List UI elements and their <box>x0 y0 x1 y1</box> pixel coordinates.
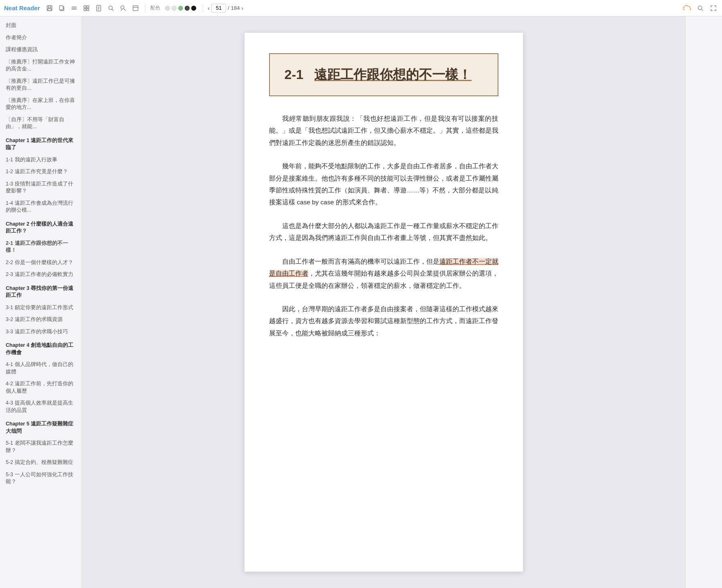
sidebar-item-3-3[interactable]: 3-3 遠距工作的求職小技巧 <box>0 326 81 338</box>
toolbar-right <box>683 4 718 13</box>
sidebar-item-4-2[interactable]: 4-2 遠距工作前，先打造你的個人履歷 <box>0 378 81 397</box>
color-selector[interactable] <box>165 6 196 11</box>
svg-line-24 <box>702 9 703 11</box>
toolbar: Neat Reader <box>0 0 722 16</box>
paragraph-1: 我經常聽到朋友跟我說：「我也好想遠距工作，但是我沒有可以接案的技能。」或是「我也… <box>269 113 498 149</box>
highlighted-text: 遠距工作者不一定就是自由工作者 <box>269 258 498 277</box>
sidebar-item-2-2[interactable]: 2-2 你是一個什麼樣的人才？ <box>0 257 81 269</box>
sidebar-item-5-1[interactable]: 5-1 老闆不讓我遠距工作怎麼辦？ <box>0 437 81 457</box>
svg-point-23 <box>698 6 702 9</box>
svg-line-19 <box>124 9 126 11</box>
prev-page-button[interactable]: ‹ <box>208 5 210 11</box>
sidebar-item-ch1[interactable]: Chapter 1 遠距工作的世代來臨了 <box>0 133 81 154</box>
save-icon[interactable] <box>45 4 54 13</box>
sidebar-item-ch5[interactable]: Chapter 5 遠距工作疑難雜症大哉問 <box>0 416 81 437</box>
sidebar-item-3-2[interactable]: 3-2 遠距工作的求職資源 <box>0 314 81 326</box>
sidebar-item-preface4[interactable]: 〔自序〕不用等「財富自由」，就能... <box>0 114 81 133</box>
sidebar-item-cover[interactable]: 封面 <box>0 20 81 32</box>
svg-rect-11 <box>87 9 89 11</box>
page-separator: / <box>228 5 229 11</box>
svg-rect-5 <box>72 7 77 7</box>
paragraph-3: 這也是為什麼大部分的人都以為遠距工作是一種工作量或薪水不穩定的工作方式，這是因為… <box>269 220 498 244</box>
sidebar-item-ch4[interactable]: Chapter 4 創造地點自由的工作機會 <box>0 338 81 359</box>
svg-rect-21 <box>133 6 138 11</box>
search-small-icon[interactable] <box>106 4 115 13</box>
color-dot-4[interactable] <box>185 6 190 11</box>
svg-rect-8 <box>84 6 86 8</box>
copy-icon[interactable] <box>57 4 66 13</box>
zoom-icon[interactable] <box>131 4 140 13</box>
svg-rect-4 <box>59 6 63 10</box>
color-dot-3[interactable] <box>178 6 183 11</box>
sidebar-item-4-3[interactable]: 4-3 提高個人效率就是提高生活的品質 <box>0 397 81 416</box>
color-label: 配色 <box>150 5 160 11</box>
svg-rect-1 <box>48 6 51 8</box>
paragraph-4: 自由工作者一般而言有滿高的機率可以遠距工作，但是遠距工作者不一定就是自由工作者，… <box>269 256 498 292</box>
separator-1 <box>145 4 145 12</box>
total-pages: 184 <box>231 5 240 11</box>
grid-icon[interactable] <box>82 4 91 13</box>
sidebar-item-preface1[interactable]: 〔推薦序〕打開遠距工作女神的高含金... <box>0 56 81 75</box>
color-dot-2[interactable] <box>172 6 177 11</box>
sidebar-item-5-2[interactable]: 5-2 搞定合約、稅務疑難雜症 <box>0 457 81 469</box>
menu-icon[interactable] <box>70 4 79 13</box>
sidebar-item-ch3[interactable]: Chapter 3 尋找你的第一份遠距工作 <box>0 281 81 302</box>
svg-rect-10 <box>84 9 86 11</box>
chapter-header-box: 2-1 遠距工作跟你想的不一樣！ <box>269 53 498 96</box>
cloud-sync-icon[interactable] <box>683 4 692 13</box>
svg-rect-2 <box>48 9 51 11</box>
sidebar-item-preface3[interactable]: 〔推薦序〕在家上班，在你喜愛的地方... <box>0 95 81 114</box>
sidebar-item-1-3[interactable]: 1-3 疫情對遠距工作造成了什麼影響？ <box>0 178 81 197</box>
page-icon[interactable] <box>94 4 103 13</box>
chapter-number: 2-1 <box>285 67 303 82</box>
sidebar-item-author[interactable]: 作者簡介 <box>0 32 81 44</box>
chapter-title-text: 遠距工作跟你想的不一樣！ <box>314 67 471 82</box>
sidebar-item-4-1[interactable]: 4-1 個人品牌時代，做自己的媒體 <box>0 359 81 378</box>
color-dot-5[interactable] <box>191 6 196 11</box>
color-dot-1[interactable] <box>165 6 170 11</box>
svg-rect-6 <box>72 8 77 9</box>
sidebar-item-ch2[interactable]: Chapter 2 什麼樣的人適合遠距工作？ <box>0 217 81 237</box>
search-full-icon[interactable] <box>119 4 128 13</box>
sidebar-item-1-4[interactable]: 1-4 遠距工作會成為台灣流行的辦公模... <box>0 197 81 217</box>
right-panel <box>685 16 722 588</box>
sidebar-item-2-3[interactable]: 2-3 遠距工作者的必備軟實力 <box>0 269 81 281</box>
toolbar-search-icon[interactable] <box>696 4 705 13</box>
page-number-input[interactable] <box>211 4 226 13</box>
svg-point-18 <box>121 6 124 9</box>
svg-point-16 <box>109 6 112 9</box>
paragraph-2: 幾年前，能夠不受地點限制的工作，大多是自由工作者居多，自由工作者大部分是接案維生… <box>269 160 498 208</box>
sidebar-item-3-1[interactable]: 3-1 鎖定你要的遠距工作形式 <box>0 302 81 314</box>
sidebar-item-1-2[interactable]: 1-2 遠距工作究竟是什麼？ <box>0 166 81 178</box>
fullscreen-icon[interactable] <box>709 4 718 13</box>
svg-line-20 <box>121 9 122 11</box>
content-area[interactable]: 2-1 遠距工作跟你想的不一樣！ 我經常聽到朋友跟我說：「我也好想遠距工作，但是… <box>82 16 685 588</box>
svg-rect-9 <box>87 6 89 8</box>
main-layout: 封面作者簡介課程優惠資訊〔推薦序〕打開遠距工作女神的高含金...〔推薦序〕遠距工… <box>0 16 722 588</box>
sidebar-item-1-1[interactable]: 1-1 我的遠距入行故事 <box>0 154 81 166</box>
next-page-button[interactable]: › <box>242 5 244 11</box>
separator-2 <box>203 4 203 12</box>
page-navigation: ‹ / 184 › <box>208 4 244 13</box>
svg-rect-7 <box>72 9 77 10</box>
sidebar-item-preface2[interactable]: 〔推薦序〕遠距工作已是可擁有的更自... <box>0 75 81 95</box>
svg-line-17 <box>112 9 113 11</box>
chapter-title: 2-1 遠距工作跟你想的不一樣！ <box>285 66 483 84</box>
sidebar-item-course[interactable]: 課程優惠資訊 <box>0 44 81 56</box>
sidebar-item-5-3[interactable]: 5-3 一人公司如何強化工作技能？ <box>0 469 81 488</box>
sidebar: 封面作者簡介課程優惠資訊〔推薦序〕打開遠距工作女神的高含金...〔推薦序〕遠距工… <box>0 16 82 588</box>
book-page: 2-1 遠距工作跟你想的不一樣！ 我經常聽到朋友跟我說：「我也好想遠距工作，但是… <box>244 33 523 572</box>
sidebar-item-2-1[interactable]: 2-1 遠距工作跟你想的不一樣！ <box>0 237 81 257</box>
app-logo[interactable]: Neat Reader <box>4 5 40 11</box>
paragraph-5: 因此，台灣早期的遠距工作者多是自由接案者，但隨著這樣的工作模式越來越盛行，資方也… <box>269 303 498 339</box>
